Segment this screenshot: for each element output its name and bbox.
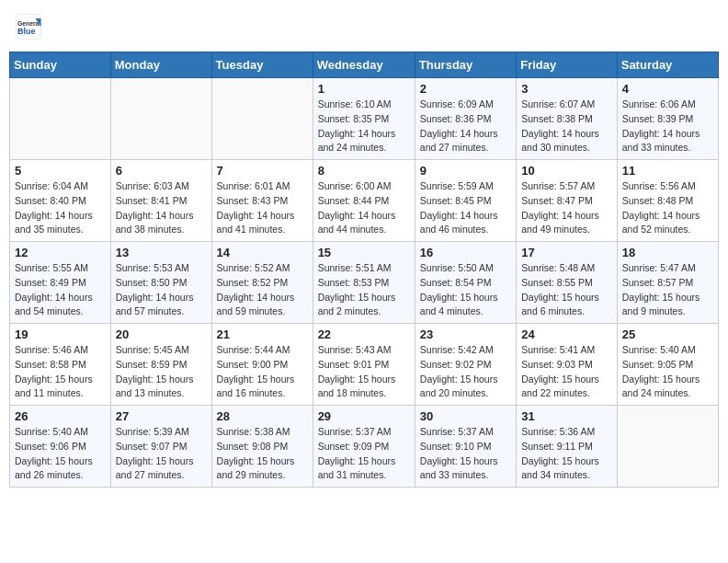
day-number: 26 xyxy=(15,409,106,423)
day-info: Sunrise: 5:45 AM Sunset: 8:59 PM Dayligh… xyxy=(116,343,207,401)
calendar-cell: 20Sunrise: 5:45 AM Sunset: 8:59 PM Dayli… xyxy=(110,324,211,406)
day-number: 10 xyxy=(521,164,612,178)
calendar-cell: 3Sunrise: 6:07 AM Sunset: 8:38 PM Daylig… xyxy=(517,78,618,160)
calendar-cell: 30Sunrise: 5:37 AM Sunset: 9:10 PM Dayli… xyxy=(415,406,516,488)
day-info: Sunrise: 5:43 AM Sunset: 9:01 PM Dayligh… xyxy=(318,343,410,401)
calendar-table: SundayMondayTuesdayWednesdayThursdayFrid… xyxy=(9,52,719,488)
day-info: Sunrise: 6:06 AM Sunset: 8:39 PM Dayligh… xyxy=(622,98,713,155)
calendar-cell: 21Sunrise: 5:44 AM Sunset: 9:00 PM Dayli… xyxy=(211,324,313,406)
day-info: Sunrise: 6:09 AM Sunset: 8:36 PM Dayligh… xyxy=(420,98,511,155)
calendar-cell: 14Sunrise: 5:52 AM Sunset: 8:52 PM Dayli… xyxy=(211,242,313,324)
svg-text:Blue: Blue xyxy=(17,27,36,36)
calendar-cell: 9Sunrise: 5:59 AM Sunset: 8:45 PM Daylig… xyxy=(415,160,516,242)
day-number: 31 xyxy=(521,409,612,423)
calendar-cell: 18Sunrise: 5:47 AM Sunset: 8:57 PM Dayli… xyxy=(617,242,718,324)
day-info: Sunrise: 5:56 AM Sunset: 8:48 PM Dayligh… xyxy=(622,179,713,237)
calendar-cell: 10Sunrise: 5:57 AM Sunset: 8:47 PM Dayli… xyxy=(517,160,618,242)
day-info: Sunrise: 6:10 AM Sunset: 8:35 PM Dayligh… xyxy=(318,98,410,155)
day-info: Sunrise: 5:36 AM Sunset: 9:11 PM Dayligh… xyxy=(521,425,612,483)
calendar-cell xyxy=(617,406,718,488)
weekday-header-wednesday: Wednesday xyxy=(313,52,415,78)
day-number: 29 xyxy=(318,409,410,423)
weekday-header-tuesday: Tuesday xyxy=(211,52,313,78)
day-info: Sunrise: 5:44 AM Sunset: 9:00 PM Dayligh… xyxy=(217,343,308,401)
weekday-header-monday: Monday xyxy=(110,52,211,78)
day-info: Sunrise: 5:40 AM Sunset: 9:05 PM Dayligh… xyxy=(622,343,713,401)
day-number: 30 xyxy=(420,409,511,423)
day-number: 22 xyxy=(318,327,410,341)
day-info: Sunrise: 5:37 AM Sunset: 9:10 PM Dayligh… xyxy=(420,425,511,483)
day-info: Sunrise: 5:46 AM Sunset: 8:58 PM Dayligh… xyxy=(15,343,106,401)
day-number: 18 xyxy=(622,246,713,259)
day-number: 3 xyxy=(521,82,612,96)
calendar-week-2: 5Sunrise: 6:04 AM Sunset: 8:40 PM Daylig… xyxy=(10,160,719,242)
day-info: Sunrise: 6:07 AM Sunset: 8:38 PM Dayligh… xyxy=(521,98,612,155)
calendar-week-3: 12Sunrise: 5:55 AM Sunset: 8:49 PM Dayli… xyxy=(10,242,719,324)
day-number: 6 xyxy=(116,164,207,178)
calendar-cell: 5Sunrise: 6:04 AM Sunset: 8:40 PM Daylig… xyxy=(10,160,111,242)
weekday-header-thursday: Thursday xyxy=(415,52,516,78)
day-number: 15 xyxy=(318,246,410,259)
day-info: Sunrise: 5:50 AM Sunset: 8:54 PM Dayligh… xyxy=(420,261,511,319)
day-number: 4 xyxy=(622,82,713,96)
calendar-cell: 12Sunrise: 5:55 AM Sunset: 8:49 PM Dayli… xyxy=(10,242,111,324)
day-number: 16 xyxy=(420,246,511,259)
calendar-cell: 27Sunrise: 5:39 AM Sunset: 9:07 PM Dayli… xyxy=(110,406,211,488)
calendar-cell: 23Sunrise: 5:42 AM Sunset: 9:02 PM Dayli… xyxy=(415,324,516,406)
page-header: General Blue xyxy=(9,9,719,44)
day-info: Sunrise: 6:00 AM Sunset: 8:44 PM Dayligh… xyxy=(318,179,410,237)
calendar-week-4: 19Sunrise: 5:46 AM Sunset: 8:58 PM Dayli… xyxy=(10,324,719,406)
day-number: 5 xyxy=(15,164,106,178)
day-number: 20 xyxy=(116,327,207,341)
day-info: Sunrise: 5:51 AM Sunset: 8:53 PM Dayligh… xyxy=(318,261,410,319)
calendar-cell: 31Sunrise: 5:36 AM Sunset: 9:11 PM Dayli… xyxy=(517,406,618,488)
calendar-cell: 25Sunrise: 5:40 AM Sunset: 9:05 PM Dayli… xyxy=(617,324,718,406)
calendar-cell: 19Sunrise: 5:46 AM Sunset: 8:58 PM Dayli… xyxy=(10,324,111,406)
day-info: Sunrise: 5:39 AM Sunset: 9:07 PM Dayligh… xyxy=(116,425,207,483)
day-info: Sunrise: 6:01 AM Sunset: 8:43 PM Dayligh… xyxy=(217,179,308,237)
day-number: 1 xyxy=(318,82,410,96)
day-number: 14 xyxy=(217,246,308,259)
calendar-cell xyxy=(110,78,211,160)
day-number: 27 xyxy=(116,409,207,423)
weekday-header-saturday: Saturday xyxy=(617,52,718,78)
day-number: 25 xyxy=(622,327,713,341)
day-info: Sunrise: 5:57 AM Sunset: 8:47 PM Dayligh… xyxy=(521,179,612,237)
calendar-cell: 29Sunrise: 5:37 AM Sunset: 9:09 PM Dayli… xyxy=(313,406,415,488)
logo-icon: General Blue xyxy=(15,13,42,40)
day-info: Sunrise: 5:59 AM Sunset: 8:45 PM Dayligh… xyxy=(420,179,511,237)
day-info: Sunrise: 6:03 AM Sunset: 8:41 PM Dayligh… xyxy=(116,179,207,237)
day-info: Sunrise: 5:42 AM Sunset: 9:02 PM Dayligh… xyxy=(420,343,511,401)
calendar-cell: 11Sunrise: 5:56 AM Sunset: 8:48 PM Dayli… xyxy=(617,160,718,242)
calendar-cell: 2Sunrise: 6:09 AM Sunset: 8:36 PM Daylig… xyxy=(415,78,516,160)
calendar-cell: 8Sunrise: 6:00 AM Sunset: 8:44 PM Daylig… xyxy=(313,160,415,242)
day-number: 8 xyxy=(318,164,410,178)
calendar-cell: 26Sunrise: 5:40 AM Sunset: 9:06 PM Dayli… xyxy=(10,406,111,488)
calendar-cell: 13Sunrise: 5:53 AM Sunset: 8:50 PM Dayli… xyxy=(110,242,211,324)
calendar-cell xyxy=(211,78,313,160)
day-info: Sunrise: 5:37 AM Sunset: 9:09 PM Dayligh… xyxy=(318,425,410,483)
day-info: Sunrise: 5:52 AM Sunset: 8:52 PM Dayligh… xyxy=(217,261,308,319)
weekday-header-friday: Friday xyxy=(517,52,618,78)
calendar-cell xyxy=(10,78,111,160)
calendar-cell: 4Sunrise: 6:06 AM Sunset: 8:39 PM Daylig… xyxy=(617,78,718,160)
day-info: Sunrise: 5:47 AM Sunset: 8:57 PM Dayligh… xyxy=(622,261,713,319)
calendar-week-1: 1Sunrise: 6:10 AM Sunset: 8:35 PM Daylig… xyxy=(10,78,719,160)
weekday-header-sunday: Sunday xyxy=(10,52,111,78)
day-number: 17 xyxy=(521,246,612,259)
calendar-cell: 24Sunrise: 5:41 AM Sunset: 9:03 PM Dayli… xyxy=(517,324,618,406)
day-info: Sunrise: 6:04 AM Sunset: 8:40 PM Dayligh… xyxy=(15,179,106,237)
day-info: Sunrise: 5:40 AM Sunset: 9:06 PM Dayligh… xyxy=(15,425,106,483)
calendar-cell: 17Sunrise: 5:48 AM Sunset: 8:55 PM Dayli… xyxy=(517,242,618,324)
calendar-header-row: SundayMondayTuesdayWednesdayThursdayFrid… xyxy=(10,52,719,78)
calendar-cell: 15Sunrise: 5:51 AM Sunset: 8:53 PM Dayli… xyxy=(313,242,415,324)
day-info: Sunrise: 5:38 AM Sunset: 9:08 PM Dayligh… xyxy=(217,425,308,483)
calendar-cell: 22Sunrise: 5:43 AM Sunset: 9:01 PM Dayli… xyxy=(313,324,415,406)
day-number: 7 xyxy=(217,164,308,178)
day-number: 2 xyxy=(420,82,511,96)
day-number: 24 xyxy=(521,327,612,341)
logo: General Blue xyxy=(15,13,46,40)
day-info: Sunrise: 5:55 AM Sunset: 8:49 PM Dayligh… xyxy=(15,261,106,319)
day-info: Sunrise: 5:48 AM Sunset: 8:55 PM Dayligh… xyxy=(521,261,612,319)
calendar-week-5: 26Sunrise: 5:40 AM Sunset: 9:06 PM Dayli… xyxy=(10,406,719,488)
